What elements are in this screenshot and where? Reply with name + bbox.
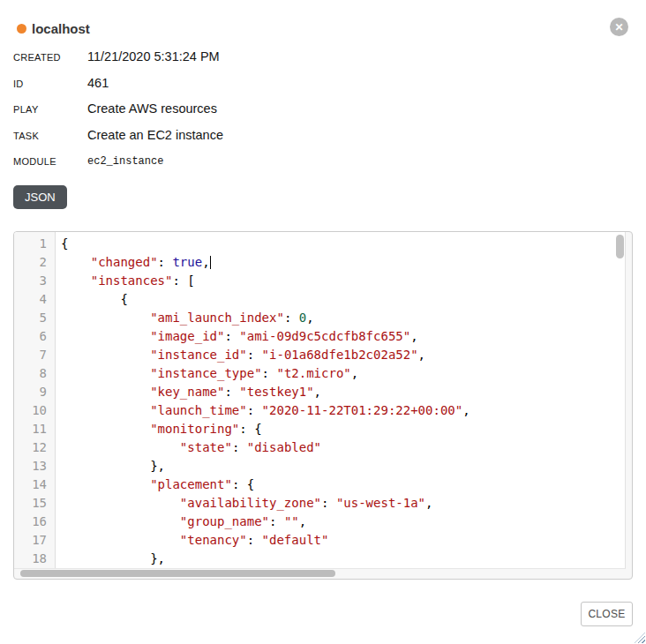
- line-number: 10: [14, 401, 47, 420]
- line-number: 9: [14, 383, 47, 401]
- field-value: 11/21/2020 5:31:24 PM: [87, 49, 220, 64]
- event-detail-fields: CREATED 11/21/2020 5:31:24 PM ID 461 PLA…: [13, 49, 543, 180]
- field-label: CREATED: [13, 49, 87, 63]
- host-status-dot: [17, 24, 26, 34]
- line-number: 11: [14, 420, 47, 438]
- modal-header: localhost: [17, 18, 90, 39]
- field-value: Create AWS resources: [87, 101, 217, 116]
- code-line: },: [61, 457, 625, 476]
- code-line: },: [61, 550, 625, 568]
- code-line: "availability_zone": "us-west-1a",: [61, 494, 625, 513]
- line-number: 3: [14, 272, 47, 290]
- code-line: "state": "disabled": [61, 438, 625, 457]
- code-area[interactable]: 123456789101112131415161718 { "changed":…: [14, 232, 626, 569]
- code-line: "key_name": "testkey1",: [61, 383, 625, 401]
- field-row: PLAY Create AWS resources: [13, 101, 543, 128]
- field-value: Create an EC2 instance: [87, 128, 223, 142]
- code-line: "instances": [: [61, 272, 625, 290]
- code-line: "instance_type": "t2.micro",: [61, 364, 625, 383]
- line-number: 1: [14, 235, 47, 253]
- line-number: 7: [14, 346, 47, 364]
- field-value: ec2_instance: [87, 154, 163, 168]
- field-label: ID: [13, 76, 87, 89]
- line-number: 4: [14, 290, 47, 309]
- code-line: "group_name": "",: [61, 513, 625, 531]
- code-line: "placement": {: [61, 476, 625, 494]
- line-number-gutter: 123456789101112131415161718: [14, 232, 56, 568]
- field-row: MODULE ec2_instance: [13, 154, 543, 180]
- code-line: "ami_launch_index": 0,: [61, 309, 625, 327]
- field-row: CREATED 11/21/2020 5:31:24 PM: [13, 49, 543, 76]
- json-tab-button[interactable]: JSON: [13, 185, 67, 209]
- line-number: 16: [14, 513, 47, 531]
- line-number: 15: [14, 494, 47, 513]
- line-number: 12: [14, 438, 47, 457]
- line-number: 6: [14, 327, 47, 346]
- vertical-scrollbar-thumb[interactable]: [616, 235, 624, 258]
- code-line: "tenancy": "default": [61, 531, 625, 550]
- line-number: 5: [14, 309, 47, 327]
- text-cursor: [210, 256, 211, 269]
- line-number: 17: [14, 531, 47, 550]
- code-line: {: [61, 235, 625, 253]
- field-label: PLAY: [13, 101, 87, 115]
- code-line: "launch_time": "2020-11-22T01:29:22+00:0…: [61, 401, 625, 420]
- line-number: 18: [14, 550, 47, 568]
- code-line: {: [61, 290, 625, 309]
- close-icon[interactable]: ✕: [610, 18, 628, 36]
- code-line: "changed": true,: [61, 253, 625, 272]
- field-value: 461: [87, 76, 109, 90]
- resize-grip-icon[interactable]: [635, 633, 645, 643]
- code-line: "monitoring": {: [61, 420, 625, 438]
- close-button[interactable]: CLOSE: [581, 602, 633, 626]
- code-content[interactable]: { "changed": true, "instances": [ { "ami…: [56, 232, 625, 568]
- field-row: TASK Create an EC2 instance: [13, 128, 543, 154]
- host-title: localhost: [32, 21, 90, 36]
- line-number: 14: [14, 476, 47, 494]
- horizontal-scrollbar-thumb[interactable]: [20, 570, 335, 577]
- line-number: 2: [14, 253, 47, 272]
- code-line: "instance_id": "i-01a68dfe1b2c02a52",: [61, 346, 625, 364]
- horizontal-scrollbar[interactable]: [15, 569, 631, 578]
- field-row: ID 461: [13, 76, 543, 102]
- code-line: "image_id": "ami-09d9c5cdcfb8fc655",: [61, 327, 625, 346]
- json-code-editor[interactable]: 123456789101112131415161718 { "changed":…: [13, 231, 633, 580]
- field-label: MODULE: [13, 154, 87, 167]
- vertical-scrollbar[interactable]: [613, 233, 625, 568]
- line-number: 13: [14, 457, 47, 476]
- line-number: 8: [14, 364, 47, 383]
- field-label: TASK: [13, 128, 87, 141]
